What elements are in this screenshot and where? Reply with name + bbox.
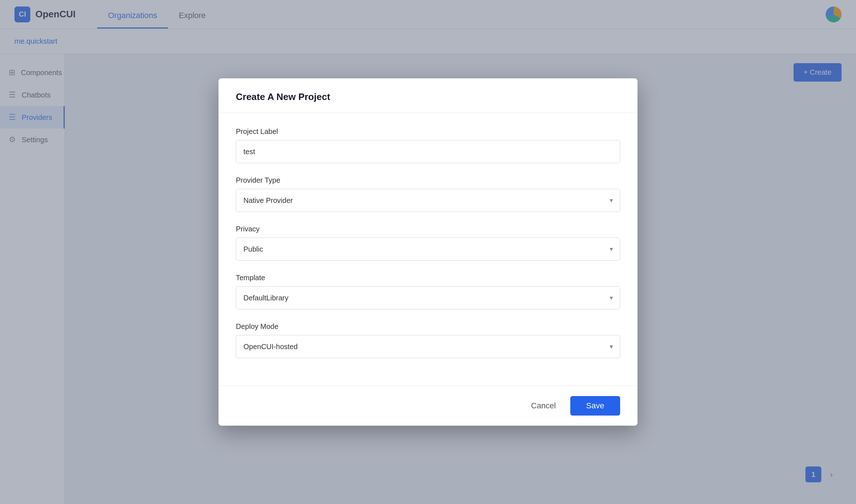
privacy-select[interactable]: PublicPrivate <box>236 238 620 261</box>
modal-dialog: Create A New Project Project Label Provi… <box>219 78 637 426</box>
provider-type-select[interactable]: Native ProviderExternal Provider <box>236 189 620 212</box>
modal-overlay: Create A New Project Project Label Provi… <box>0 0 856 504</box>
privacy-wrapper: PublicPrivate ▾ <box>236 238 620 261</box>
modal-footer: Cancel Save <box>219 386 637 426</box>
project-label-input[interactable] <box>236 140 620 163</box>
modal-title: Create A New Project <box>236 91 620 103</box>
project-label-label: Project Label <box>236 127 620 136</box>
project-label-group: Project Label <box>236 127 620 163</box>
template-group: Template DefaultLibraryEmpty ▾ <box>236 274 620 309</box>
cancel-button[interactable]: Cancel <box>524 396 563 416</box>
provider-type-group: Provider Type Native ProviderExternal Pr… <box>236 176 620 212</box>
privacy-group: Privacy PublicPrivate ▾ <box>236 225 620 261</box>
provider-type-label: Provider Type <box>236 176 620 184</box>
deploy-mode-group: Deploy Mode OpenCUI-hostedSelf-hosted ▾ <box>236 322 620 358</box>
template-label: Template <box>236 274 620 282</box>
save-button[interactable]: Save <box>570 396 620 416</box>
provider-type-wrapper: Native ProviderExternal Provider ▾ <box>236 189 620 212</box>
deploy-mode-select[interactable]: OpenCUI-hostedSelf-hosted <box>236 335 620 358</box>
deploy-mode-label: Deploy Mode <box>236 322 620 331</box>
template-select[interactable]: DefaultLibraryEmpty <box>236 286 620 309</box>
modal-header: Create A New Project <box>219 78 637 113</box>
privacy-label: Privacy <box>236 225 620 233</box>
deploy-mode-wrapper: OpenCUI-hostedSelf-hosted ▾ <box>236 335 620 358</box>
modal-body: Project Label Provider Type Native Provi… <box>219 113 637 386</box>
template-wrapper: DefaultLibraryEmpty ▾ <box>236 286 620 309</box>
